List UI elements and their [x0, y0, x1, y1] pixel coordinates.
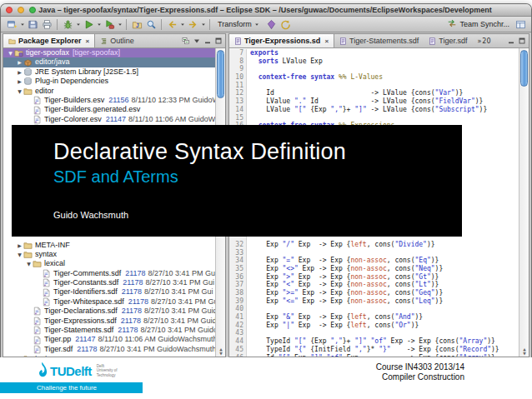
expander-open-icon[interactable]: ▼: [25, 259, 33, 268]
tree-item-syntax[interactable]: ▼syntax: [3, 250, 215, 259]
tree-item-editor[interactable]: ▼editor: [3, 87, 215, 96]
tree-item-tiger-pp[interactable]: Tiger.pp211478/11/10 11:06 AM GuidoWachs…: [3, 335, 215, 344]
code-line-13[interactable]: 13 LValue "." Id -> LValue {cons("FieldV…: [229, 97, 519, 106]
tree-item-tiger-statements-sdf[interactable]: Tiger-Statements.sdf211788/27/10 3:41 PM…: [3, 326, 215, 335]
chevron-down-icon[interactable]: [117, 17, 123, 31]
code-line-39[interactable]: 39 Exp "<=" Exp -> Exp {non-assoc, cons(…: [229, 297, 519, 306]
code-line-10[interactable]: 10 context-free syntax %% L-Values: [229, 73, 519, 82]
code-line-38[interactable]: 38 Exp ">=" Exp -> Exp {non-assoc, cons(…: [229, 289, 519, 297]
spoofax-button[interactable]: [265, 17, 279, 31]
code-line-40[interactable]: 40: [229, 305, 519, 313]
tree-item-tiger-constants-sdf[interactable]: Tiger-Constants.sdf211788/27/10 3:41 PM …: [3, 278, 215, 287]
editor-scrollbar[interactable]: ▲▼: [519, 48, 529, 357]
print-button[interactable]: [40, 17, 53, 31]
scrollbar-thumb[interactable]: [520, 50, 528, 87]
chevron-down-icon[interactable]: [75, 17, 81, 31]
window-titlebar[interactable]: Java – tiger-spoofax/syntax/Tiger-Expres…: [1, 4, 531, 17]
tab-close-icon[interactable]: ×: [86, 37, 90, 45]
view-menu-button[interactable]: [192, 37, 201, 46]
minimize-view-button[interactable]: [506, 37, 515, 46]
editor-tab-tiger-sdf[interactable]: Tiger.sdf: [424, 34, 472, 47]
tab-outline[interactable]: Outline: [95, 34, 139, 47]
tab-overflow-indicator[interactable]: » 20: [477, 34, 490, 47]
forward-button[interactable]: [186, 17, 199, 31]
external-tools-button[interactable]: [103, 17, 116, 31]
expander-open-icon[interactable]: ▼: [16, 250, 23, 259]
tree-item-plug-in-dependencies[interactable]: ▶Plug-in Dependencies: [3, 77, 215, 86]
tree-item-tiger-builders-esv[interactable]: Tiger-Builders.esv211568/11/10 12:33 PM …: [3, 96, 215, 105]
maximize-view-button[interactable]: [213, 37, 223, 46]
code-line-44[interactable]: 44 TypeId "[" {Exp ","}+ "]" "of" Exp ->…: [229, 337, 519, 346]
code-line-12[interactable]: 12 Id -> LValue {cons("Var")}: [229, 89, 519, 97]
editor-tab-tiger-statements-sdf[interactable]: Tiger-Statements.sdf: [334, 34, 424, 47]
window-close-button[interactable]: [6, 7, 13, 13]
chevron-down-icon[interactable]: [179, 17, 185, 31]
expander-open-icon[interactable]: ▼: [7, 48, 14, 57]
run-button[interactable]: [82, 17, 95, 31]
chevron-down-icon[interactable]: [19, 17, 25, 31]
slide-author: Guido Wachsmuth: [53, 210, 462, 220]
collapse-all-button[interactable]: [181, 37, 190, 46]
tree-item-tiger-builders-generated-esv[interactable]: Tiger-Builders.generated.esv: [3, 105, 215, 114]
tree-item-tiger-colorer-esv[interactable]: Tiger-Colorer.esv211478/11/10 11:06 AM G…: [3, 115, 215, 124]
perspective-switcher-button[interactable]: [514, 17, 527, 31]
scrollbar-arrows-icon[interactable]: ▲▼: [216, 347, 226, 356]
code-line-14[interactable]: 14 LValue "[" {Exp ","}+ "]" -> LValue {…: [229, 106, 519, 114]
code-line-35[interactable]: 35 Exp "<>" Exp -> Exp {non-assoc, cons(…: [229, 265, 519, 273]
code-line-42[interactable]: 42 Exp "|" Exp -> Exp {left, cons("Or")}: [229, 322, 519, 330]
expander-closed-icon[interactable]: ▶: [16, 77, 23, 86]
tree-item-tiger-sdf[interactable]: Tiger.sdf211788/27/10 3:41 PM GuidoWachs…: [3, 345, 215, 354]
tree-item-test[interactable]: ▶test: [3, 354, 215, 357]
new-java-project-button[interactable]: J: [130, 17, 143, 31]
window-minimize-button[interactable]: [18, 7, 24, 13]
code-line-36[interactable]: 36 Exp ">" Exp -> Exp {non-assoc, cons("…: [229, 273, 519, 282]
debug-button[interactable]: [61, 17, 74, 31]
code-line-7[interactable]: 7exports: [229, 49, 519, 57]
tree-item-tiger-comments-sdf[interactable]: Tiger-Comments.sdf211788/27/10 3:41 PM G…: [3, 269, 215, 278]
team-sync-perspective-button[interactable]: Team Synchr...: [444, 18, 513, 30]
tab-package-explorer[interactable]: Package Explorer ×: [3, 34, 95, 47]
chevron-down-icon[interactable]: [200, 17, 206, 31]
expander-open-icon[interactable]: ▼: [16, 87, 23, 96]
back-button[interactable]: [165, 17, 178, 31]
transform-dropdown[interactable]: Transform: [213, 17, 264, 31]
code-line-34[interactable]: 34 Exp "=" Exp -> Exp {non-assoc, cons("…: [229, 257, 519, 265]
save-button[interactable]: [26, 17, 39, 31]
code-line-32[interactable]: 32 Exp "/" Exp -> Exp {left, cons("Divid…: [229, 241, 519, 249]
expander-closed-icon[interactable]: ▶: [16, 57, 23, 67]
scrollbar-thumb[interactable]: [217, 50, 224, 98]
code-line-41[interactable]: 41 Exp "&" Exp -> Exp {left, cons("And")…: [229, 313, 519, 322]
expander-closed-icon[interactable]: ▶: [16, 354, 23, 357]
tab-close-icon[interactable]: ×: [324, 37, 329, 45]
expander-closed-icon[interactable]: ▶: [16, 241, 23, 250]
tree-item-jre-system-library-j2se-1-5[interactable]: ▶JRE System Library [J2SE-1.5]: [3, 67, 215, 77]
maximize-view-button[interactable]: [517, 37, 526, 46]
tree-item-meta-inf[interactable]: ▶META-INF: [3, 241, 215, 250]
code-line-15[interactable]: 15: [229, 114, 519, 122]
tree-item-lexical[interactable]: ▼lexical: [3, 259, 215, 268]
code-line-8[interactable]: 8 sorts LValue Exp: [229, 57, 519, 66]
code-line-37[interactable]: 37 Exp "<" Exp -> Exp {non-assoc, cons("…: [229, 281, 519, 289]
tree-item-tiger-declarations-sdf[interactable]: Tiger-Declarations.sdf211788/27/10 3:41 …: [3, 307, 215, 316]
code-line-45[interactable]: 45 TypeId "{" {InitField ","}* "}" -> Ex…: [229, 346, 519, 354]
new-wizard-button[interactable]: [5, 17, 18, 31]
minimize-view-button[interactable]: [203, 37, 212, 46]
expander-closed-icon[interactable]: ▶: [16, 67, 23, 77]
code-line-11[interactable]: 11: [229, 82, 519, 90]
scrollbar-arrows-icon[interactable]: ▲▼: [519, 347, 529, 356]
chevron-down-icon[interactable]: [96, 17, 102, 31]
tree-item-tiger-spoofax[interactable]: ▼tiger-spoofax[tiger-spoofax]: [3, 48, 215, 57]
refresh-button[interactable]: [279, 17, 293, 31]
code-line-33[interactable]: 33: [229, 249, 519, 257]
tree-item-label: Tiger-Statements.sdf: [44, 326, 113, 335]
java-search-button[interactable]: [144, 17, 158, 31]
tree-item-tiger-expressions-sdf[interactable]: Tiger-Expressions.sdf211788/27/10 3:41 P…: [3, 317, 215, 326]
code-line-46[interactable]: 46 Id "[" Exp "]" "of" Exp -> Exp {cons(…: [229, 354, 519, 357]
tree-item-editor-java[interactable]: ▶editor/java: [3, 57, 215, 67]
tree-item-tiger-whitespace-sdf[interactable]: Tiger-Whitespace.sdf211788/27/10 3:41 PM…: [3, 297, 215, 307]
code-line-9[interactable]: 9: [229, 65, 519, 73]
tree-item-tiger-identifiers-sdf[interactable]: Tiger-Identifiers.sdf211788/27/10 3:41 P…: [3, 287, 215, 297]
window-zoom-button[interactable]: [29, 7, 36, 13]
editor-tab-tiger-expressions-sd[interactable]: Tiger-Expressions.sd×: [229, 34, 334, 47]
code-line-43[interactable]: 43: [229, 329, 519, 337]
